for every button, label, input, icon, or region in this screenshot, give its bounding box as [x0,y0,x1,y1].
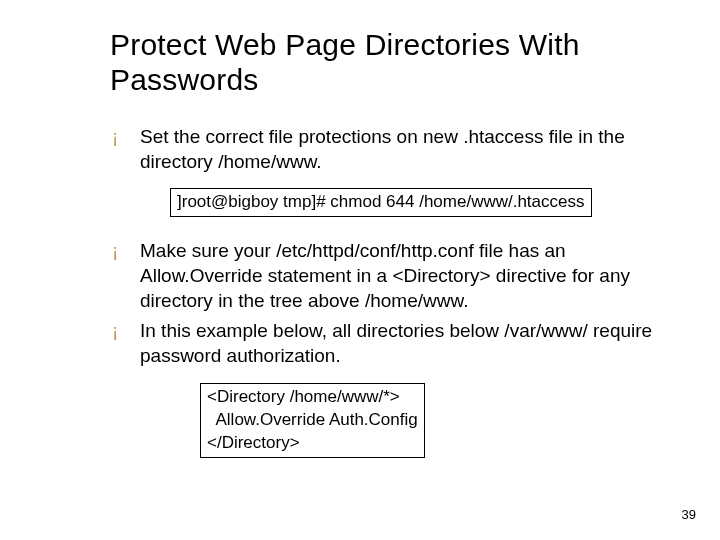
bullet-item: Make sure your /etc/httpd/conf/http.conf… [110,239,660,313]
page-number: 39 [682,507,696,522]
bullet-item: Set the correct file protections on new … [110,125,660,174]
bullet-list: Make sure your /etc/httpd/conf/http.conf… [110,239,660,368]
code-block-wrap: <Directory /home/www/*> Allow.Override A… [200,383,660,458]
code-block: ]root@bigboy tmp]# chmod 644 /home/www/.… [170,188,592,217]
bullet-list: Set the correct file protections on new … [110,125,660,174]
slide-title: Protect Web Page Directories With Passwo… [110,28,660,97]
bullet-item: In this example below, all directories b… [110,319,660,368]
slide: Protect Web Page Directories With Passwo… [0,0,720,540]
code-block-wrap: ]root@bigboy tmp]# chmod 644 /home/www/.… [170,188,660,217]
bullet-text: Make sure your /etc/httpd/conf/http.conf… [140,240,630,310]
bullet-text: In this example below, all directories b… [140,320,652,366]
bullet-text: Set the correct file protections on new … [140,126,625,172]
code-block: <Directory /home/www/*> Allow.Override A… [200,383,425,458]
